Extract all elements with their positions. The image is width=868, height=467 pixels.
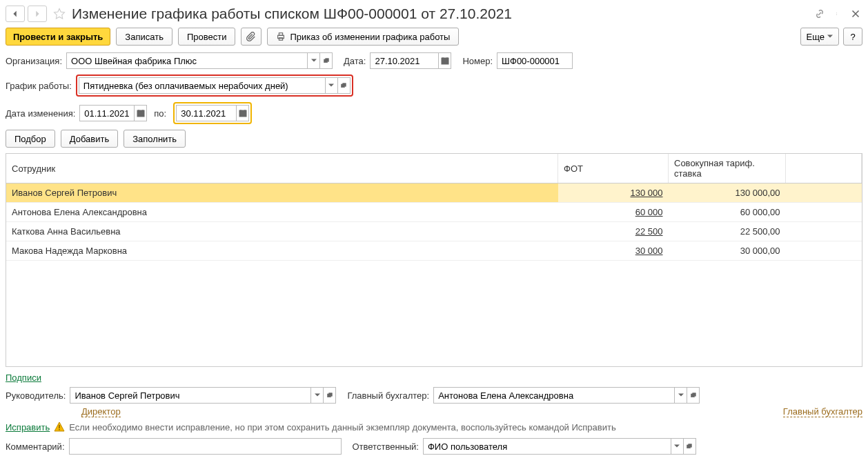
acc-position-link[interactable]: Главный бухгалтер [783, 406, 862, 417]
nav-back-button[interactable] [6, 6, 25, 22]
cell-employee: Иванов Сергей Петрович [6, 183, 558, 203]
open-icon [687, 444, 692, 449]
cell-rate: 60 000,00 [669, 203, 786, 222]
date-calendar-button[interactable] [439, 52, 451, 69]
table-row[interactable]: Каткова Анна Васильевна22 50022 500,00 [6, 222, 862, 241]
calendar-icon [239, 109, 247, 117]
open-icon [324, 58, 329, 63]
table-row[interactable]: Антонова Елена Александровна60 00060 000… [6, 203, 862, 222]
change-date-input[interactable] [79, 105, 135, 121]
cell-fot[interactable]: 30 000 [558, 241, 669, 261]
comment-label: Комментарий: [6, 441, 65, 452]
cell-fot[interactable]: 22 500 [558, 222, 669, 241]
cell-rate: 22 500,00 [669, 222, 786, 241]
to-label: по: [154, 108, 166, 119]
open-icon [327, 393, 333, 398]
page-title: Изменение графика работы списком ШФ00-00… [72, 6, 810, 22]
date-to-calendar-button[interactable] [237, 105, 249, 121]
date-label: Дата: [344, 56, 366, 66]
org-input[interactable] [66, 52, 308, 69]
fill-button[interactable]: Заполнить [124, 130, 186, 148]
favorite-star-icon[interactable] [52, 7, 66, 21]
acc-open-button[interactable] [687, 387, 700, 404]
svg-rect-13 [59, 425, 60, 428]
chevron-down-icon [674, 444, 680, 449]
arrow-right-icon [32, 9, 42, 19]
svg-rect-14 [59, 429, 60, 430]
schedule-input[interactable] [79, 77, 326, 94]
org-dropdown-button[interactable] [308, 52, 320, 69]
number-input[interactable] [497, 52, 573, 69]
cell-empty [786, 203, 862, 222]
comment-input[interactable] [69, 438, 342, 455]
chevron-down-icon [311, 58, 317, 63]
col-rate[interactable]: Совокупная тариф. ставка [669, 154, 786, 183]
col-fot[interactable]: ФОТ [558, 154, 669, 183]
svg-rect-10 [239, 110, 246, 117]
schedule-highlight [76, 74, 353, 97]
resp-open-button[interactable] [684, 438, 696, 455]
table-row[interactable]: Макова Надежда Марковна30 00030 000,00 [6, 241, 862, 261]
employees-table[interactable]: Сотрудник ФОТ Совокупная тариф. ставка И… [6, 153, 862, 367]
org-label: Организация: [6, 56, 62, 66]
date-to-highlight [173, 102, 252, 124]
resp-dropdown-button[interactable] [671, 438, 684, 455]
printer-icon [276, 32, 286, 41]
acc-input[interactable] [433, 387, 675, 404]
help-button[interactable]: ? [843, 28, 862, 46]
head-label: Руководитель: [6, 390, 66, 401]
cell-empty [786, 222, 862, 241]
post-button[interactable]: Провести [178, 28, 236, 46]
print-order-button[interactable]: Приказ об изменении графика работы [267, 28, 459, 46]
svg-rect-7 [442, 58, 448, 64]
cell-fot[interactable]: 60 000 [558, 203, 669, 222]
svg-rect-5 [279, 38, 283, 41]
calendar-icon [441, 57, 449, 65]
svg-rect-4 [279, 33, 283, 36]
cell-employee: Макова Надежда Марковна [6, 241, 558, 261]
table-row[interactable]: Иванов Сергей Петрович130 000130 000,00 [6, 183, 862, 203]
link-icon[interactable] [813, 7, 827, 21]
head-open-button[interactable] [324, 387, 336, 404]
schedule-label: График работы: [6, 81, 72, 91]
add-button[interactable]: Добавить [61, 130, 118, 148]
chevron-down-icon [678, 393, 684, 398]
date-to-input[interactable] [176, 105, 237, 121]
resp-input[interactable] [423, 438, 671, 455]
correct-link[interactable]: Исправить [6, 422, 50, 433]
org-open-button[interactable] [320, 52, 333, 69]
kebab-menu-icon[interactable] [831, 7, 845, 21]
schedule-open-button[interactable] [338, 77, 351, 94]
nav-forward-button[interactable] [28, 6, 47, 22]
more-button[interactable]: Еще [800, 28, 839, 46]
col-empty [786, 154, 862, 183]
chevron-down-icon [315, 393, 320, 398]
more-label: Еще [807, 32, 825, 42]
cell-employee: Антонова Елена Александровна [6, 203, 558, 222]
number-label: Номер: [462, 56, 493, 66]
cell-fot[interactable]: 130 000 [558, 183, 669, 203]
svg-point-2 [836, 14, 837, 15]
cell-rate: 30 000,00 [669, 241, 786, 261]
head-dropdown-button[interactable] [311, 387, 324, 404]
pick-button[interactable]: Подбор [6, 130, 55, 148]
acc-dropdown-button[interactable] [675, 387, 687, 404]
col-employee[interactable]: Сотрудник [6, 154, 558, 183]
save-button[interactable]: Записать [116, 28, 172, 46]
svg-point-0 [836, 12, 837, 13]
post-and-close-button[interactable]: Провести и закрыть [6, 28, 110, 46]
close-icon[interactable] [849, 7, 862, 21]
signatures-link[interactable]: Подписи [6, 372, 41, 383]
print-order-label: Приказ об изменении графика работы [290, 32, 450, 42]
acc-label: Главный бухгалтер: [347, 390, 429, 401]
svg-point-1 [836, 14, 837, 14]
cell-empty [786, 183, 862, 203]
schedule-dropdown-button[interactable] [326, 77, 338, 94]
attach-button[interactable] [241, 28, 262, 46]
paperclip-icon [246, 32, 256, 41]
change-date-calendar-button[interactable] [135, 105, 147, 121]
date-input[interactable] [370, 52, 439, 69]
head-position-link[interactable]: Директор [81, 406, 121, 417]
head-input[interactable] [70, 387, 311, 404]
calendar-icon [137, 109, 145, 117]
